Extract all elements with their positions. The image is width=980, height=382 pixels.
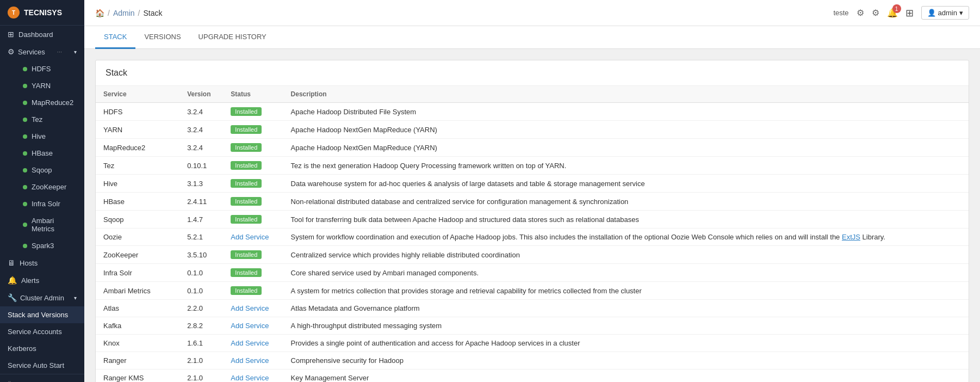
table-row: ZooKeeper3.5.10InstalledCentralized serv… [96, 246, 969, 264]
add-service-link[interactable]: Add Service [231, 304, 269, 312]
sidebar-item-zookeeper[interactable]: ZooKeeper [15, 178, 84, 195]
add-service-link[interactable]: Add Service [231, 356, 269, 365]
main-area: 🏠 / Admin / Stack teste ⚙ ⚙ 🔔 1 ⊞ 👤 admi… [84, 0, 980, 382]
table-row: HDFS3.2.4InstalledApache Hadoop Distribu… [96, 103, 969, 121]
cell-version: 2.8.2 [179, 317, 223, 335]
sidebar-item-yarn[interactable]: YARN [15, 77, 84, 94]
add-service-link[interactable]: Add Service [231, 233, 269, 241]
cell-version: 2.4.11 [179, 193, 223, 211]
home-icon[interactable]: 🏠 [95, 9, 104, 17]
table-row: Ambari Metrics0.1.0InstalledA system for… [96, 282, 969, 300]
sidebar-item-service-accounts[interactable]: Service Accounts [0, 323, 84, 340]
cell-version: 0.1.0 [179, 264, 223, 282]
cell-description: Provides a single point of authenticatio… [283, 335, 969, 352]
installed-badge: Installed [231, 197, 262, 206]
add-service-link[interactable]: Add Service [231, 374, 269, 382]
sidebar-collapse-button[interactable]: « tdp-geep-1:8080/# [0, 374, 84, 382]
topbar-bell-icon[interactable]: 🔔 1 [887, 8, 898, 18]
sidebar-item-stack-versions[interactable]: Stack and Versions [0, 306, 84, 323]
breadcrumb-sep2: / [138, 9, 140, 17]
tab-versions[interactable]: VERSIONS [135, 26, 189, 49]
sidebar-logo[interactable]: T TECNISYS [0, 0, 84, 26]
sidebar-item-hosts[interactable]: 🖥 Hosts [0, 254, 84, 272]
table-row: HBase2.4.11InstalledNon-relational distr… [96, 193, 969, 211]
infra-solr-label: Infra Solr [32, 200, 60, 208]
breadcrumb-admin[interactable]: Admin [113, 9, 135, 17]
sidebar-item-sqoop[interactable]: Sqoop [15, 162, 84, 178]
sidebar-item-services[interactable]: ⚙ Services ··· ▾ [0, 43, 84, 60]
sidebar-item-cluster-admin[interactable]: 🔧 Cluster Admin ▾ [0, 289, 84, 306]
add-service-link[interactable]: Add Service [231, 339, 269, 347]
cell-version: 3.2.4 [179, 103, 223, 121]
cell-version: 3.2.4 [179, 139, 223, 157]
installed-badge: Installed [231, 286, 262, 295]
cell-status[interactable]: Add Service [223, 317, 283, 335]
table-row: Tez0.10.1InstalledTez is the next genera… [96, 157, 969, 175]
tabs-bar: STACK VERSIONS UPGRADE HISTORY [84, 26, 980, 49]
cell-description: A system for metrics collection that pro… [283, 282, 969, 300]
col-status: Status [223, 86, 283, 103]
content-area: STACK VERSIONS UPGRADE HISTORY Stack Ser… [84, 26, 980, 382]
extjs-link[interactable]: ExtJS [842, 233, 860, 241]
sidebar-item-service-auto-start[interactable]: Service Auto Start [0, 357, 84, 374]
sidebar-item-alerts[interactable]: 🔔 Alerts [0, 272, 84, 289]
cell-service: Knox [96, 335, 179, 352]
cell-status: Installed [223, 175, 283, 193]
infra-solr-status-dot [23, 202, 27, 206]
cell-service: Ambari Metrics [96, 282, 179, 300]
installed-badge: Installed [231, 125, 262, 134]
installed-badge: Installed [231, 107, 262, 116]
sidebar-item-hdfs[interactable]: HDFS [15, 60, 84, 77]
cell-description: Apache Hadoop NextGen MapReduce (YARN) [283, 139, 969, 157]
sidebar-item-ambari-metrics[interactable]: Ambari Metrics [15, 212, 84, 237]
tab-upgrade-history[interactable]: UPGRADE HISTORY [190, 26, 275, 49]
cell-status[interactable]: Add Service [223, 229, 283, 246]
cell-status: Installed [223, 264, 283, 282]
cell-description: Core shared service used by Ambari manag… [283, 264, 969, 282]
kerberos-label: Kerberos [8, 344, 36, 353]
sidebar-item-infra-solr[interactable]: Infra Solr [15, 195, 84, 212]
service-auto-start-label: Service Auto Start [8, 361, 64, 369]
sidebar-item-hive[interactable]: Hive [15, 128, 84, 145]
cell-description: Tez is the next generation Hadoop Query … [283, 157, 969, 175]
cell-status: Installed [223, 103, 283, 121]
stack-versions-label: Stack and Versions [8, 311, 68, 319]
cell-version: 0.1.0 [179, 282, 223, 300]
cluster-admin-arrow: ▾ [74, 295, 77, 301]
hdfs-label: HDFS [32, 65, 51, 73]
cell-status[interactable]: Add Service [223, 352, 283, 369]
sidebar-item-dashboard[interactable]: ⊞ Dashboard [0, 26, 84, 43]
sidebar-item-kerberos[interactable]: Kerberos [0, 340, 84, 357]
table-row: Knox1.6.1Add ServiceProvides a single po… [96, 335, 969, 352]
hosts-label: Hosts [20, 259, 38, 267]
sqoop-label: Sqoop [32, 166, 52, 174]
hive-label: Hive [32, 132, 46, 140]
cell-version: 2.1.0 [179, 369, 223, 383]
cluster-admin-icon: 🔧 [8, 293, 17, 302]
cell-version: 5.2.1 [179, 229, 223, 246]
sidebar-item-spark3[interactable]: Spark3 [15, 237, 84, 254]
stack-table-body: HDFS3.2.4InstalledApache Hadoop Distribu… [96, 103, 969, 383]
topbar-apps-icon[interactable]: ⊞ [905, 7, 914, 19]
installed-badge: Installed [231, 161, 262, 170]
add-service-link[interactable]: Add Service [231, 322, 269, 330]
sidebar-item-hbase[interactable]: HBase [15, 145, 84, 162]
hbase-label: HBase [32, 149, 53, 157]
cell-version: 3.5.10 [179, 246, 223, 264]
table-row: Infra Solr0.1.0InstalledCore shared serv… [96, 264, 969, 282]
admin-dropdown-button[interactable]: 👤 admin ▾ [921, 6, 969, 20]
cell-status[interactable]: Add Service [223, 369, 283, 383]
cell-status[interactable]: Add Service [223, 300, 283, 317]
cell-service: HDFS [96, 103, 179, 121]
tab-stack[interactable]: STACK [95, 26, 135, 49]
topbar-gear-icon[interactable]: ⚙ [857, 8, 864, 18]
sidebar-item-tez[interactable]: Tez [15, 111, 84, 128]
sqoop-status-dot [23, 168, 27, 172]
cell-status[interactable]: Add Service [223, 335, 283, 352]
services-more[interactable]: ··· [57, 48, 62, 55]
topbar-settings-icon[interactable]: ⚙ [872, 8, 879, 18]
cell-service: Sqoop [96, 211, 179, 229]
sidebar-item-mapreduce2[interactable]: MapReduce2 [15, 94, 84, 111]
mapreduce2-status-dot [23, 101, 27, 105]
installed-badge: Installed [231, 179, 262, 188]
